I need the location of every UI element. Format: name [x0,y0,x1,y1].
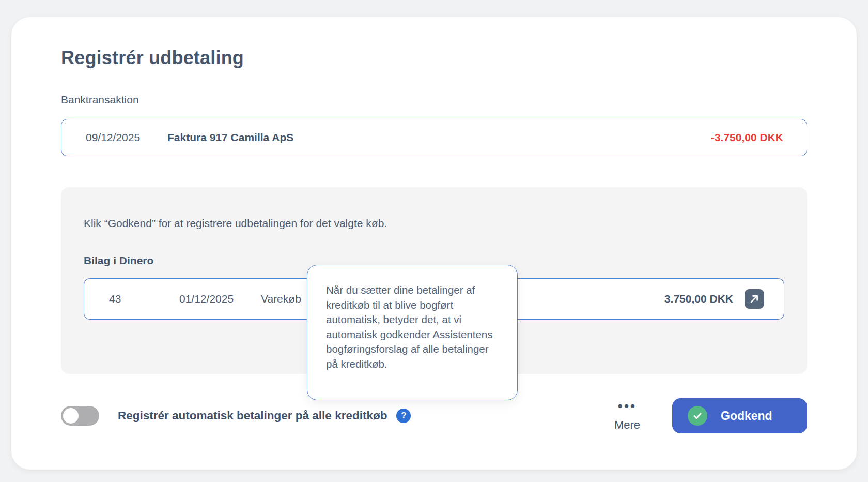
bilag-description: Varekøb [261,293,301,305]
more-button-label: Mere [614,418,640,432]
register-payment-card: Registrér udbetaling Banktransaktion 09/… [11,17,857,470]
external-link-icon[interactable] [745,289,764,309]
footer-actions: Registrér automatisk betalinger på alle … [61,398,807,433]
auto-register-toggle[interactable] [61,406,99,426]
bank-transaction-date: 09/12/2025 [86,131,167,144]
bilag-date: 01/12/2025 [179,293,261,305]
checkmark-glyph [692,411,703,421]
ellipsis-icon: ••• [618,400,637,412]
bank-transaction-description: Faktura 917 Camilla ApS [167,131,293,144]
more-button[interactable]: ••• Mere [614,400,640,432]
auto-register-tooltip: Når du sætter dine betalinger af kreditk… [307,265,518,400]
page-title: Registrér udbetaling [61,47,244,69]
arrow-up-right-glyph [749,294,760,304]
toggle-knob [63,408,79,424]
approve-button-label: Godkend [721,409,772,423]
checkmark-icon [688,406,707,426]
help-icon[interactable]: ? [396,409,411,423]
bank-transaction-amount: -3.750,00 DKK [711,131,783,144]
approve-button[interactable]: Godkend [672,398,807,433]
tooltip-text: Når du sætter dine betalinger af kreditk… [326,284,493,370]
bilag-amount: 3.750,00 DKK [664,293,733,305]
approve-instruction-text: Klik “Godkend” for at registrere udbetal… [84,216,784,231]
auto-register-toggle-label: Registrér automatisk betalinger på alle … [118,409,387,423]
bilag-number: 43 [109,293,179,305]
bank-transaction-label: Banktransaktion [61,94,139,106]
bank-transaction-row: 09/12/2025 Faktura 917 Camilla ApS -3.75… [61,119,807,156]
